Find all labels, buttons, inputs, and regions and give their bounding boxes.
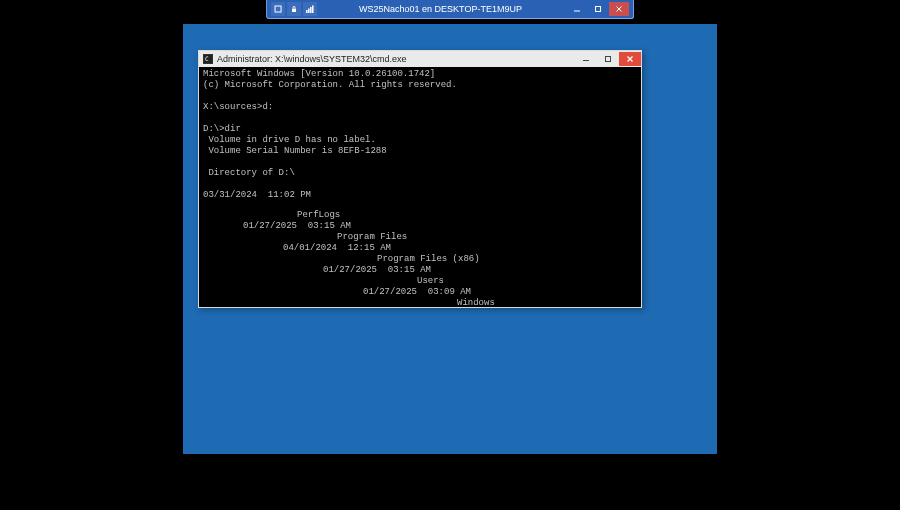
lock-icon [287, 2, 301, 16]
svg-rect-2 [306, 10, 308, 13]
cmd-window[interactable]: C Administrator: X:\windows\SYSTEM32\cmd… [198, 50, 642, 308]
remote-desktop[interactable]: C Administrator: X:\windows\SYSTEM32\cmd… [183, 24, 717, 454]
svg-rect-5 [312, 6, 314, 14]
rdp-close-button[interactable] [609, 2, 629, 16]
cmd-app-icon: C [203, 54, 213, 64]
cmd-close-button[interactable] [619, 52, 641, 66]
svg-rect-1 [292, 9, 296, 12]
rdp-title: WS25Nacho01 en DESKTOP-TE1M9UP [319, 4, 562, 14]
cmd-output[interactable]: Microsoft Windows [Version 10.0.26100.17… [199, 67, 641, 307]
cmd-titlebar[interactable]: C Administrator: X:\windows\SYSTEM32\cmd… [199, 51, 641, 67]
cmd-minimize-button[interactable] [575, 52, 597, 66]
svg-rect-0 [275, 6, 281, 12]
svg-rect-4 [310, 7, 312, 13]
svg-rect-7 [595, 7, 600, 12]
rdp-restore-button[interactable] [588, 2, 608, 16]
cmd-title: Administrator: X:\windows\SYSTEM32\cmd.e… [217, 54, 575, 64]
signal-icon [303, 2, 317, 16]
svg-text:C: C [205, 55, 209, 62]
svg-rect-3 [308, 9, 310, 14]
rdp-minimize-button[interactable] [567, 2, 587, 16]
svg-rect-13 [606, 57, 611, 62]
pin-icon[interactable] [271, 2, 285, 16]
rdp-connection-bar[interactable]: WS25Nacho01 en DESKTOP-TE1M9UP [266, 0, 634, 19]
cmd-maximize-button[interactable] [597, 52, 619, 66]
rdp-window-controls [566, 2, 629, 16]
